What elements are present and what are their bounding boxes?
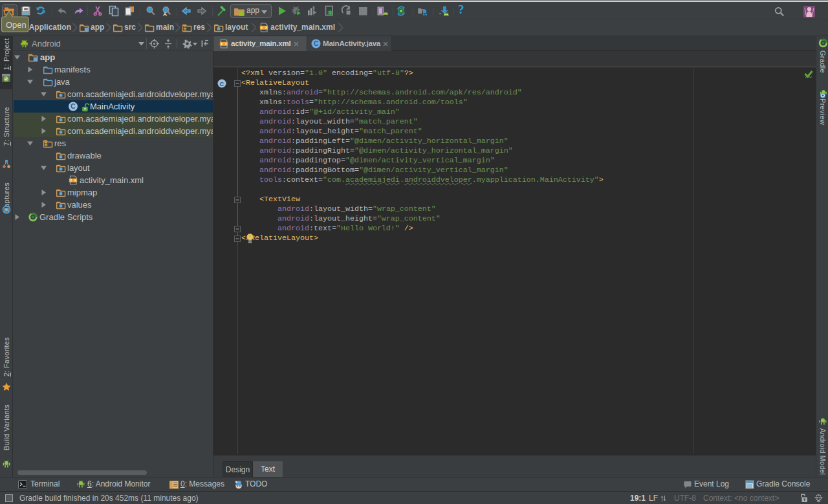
svg-text:A: A [163, 11, 167, 17]
svg-text:C: C [314, 40, 318, 47]
svg-text:Open: Open [6, 20, 27, 30]
svg-text:C: C [220, 80, 224, 87]
